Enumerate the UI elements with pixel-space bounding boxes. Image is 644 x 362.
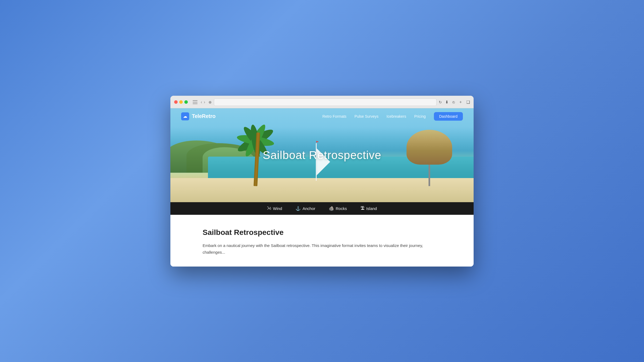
new-tab-icon[interactable]: ＋ <box>459 99 463 105</box>
logo-icon: ☁ <box>181 112 189 120</box>
refresh-icon[interactable]: ↻ <box>439 100 442 104</box>
duplicate-icon[interactable]: ❑ <box>466 100 470 105</box>
anchor-icon: ⚓ <box>295 206 301 211</box>
tab-wind[interactable]: 🌬 Wind <box>267 206 282 211</box>
browser-chrome: ‹ › ⊕ ↻ ⬇ ⎋ ＋ ❑ <box>170 96 474 108</box>
tab-anchor[interactable]: ⚓ Anchor <box>295 206 315 211</box>
content-section: Sailboat Retrospective Embark on a nauti… <box>170 215 474 267</box>
hero-section: ☁ TeleRetro Retro Formats Pulse Surveys … <box>170 108 474 202</box>
minimize-button[interactable] <box>179 100 183 104</box>
forward-button[interactable]: › <box>204 100 205 104</box>
traffic-lights <box>174 100 188 104</box>
sidebar-toggle-icon[interactable] <box>193 100 197 104</box>
content-text: Embark on a nautical journey with the Sa… <box>203 242 441 256</box>
dashboard-button[interactable]: Dashboard <box>434 112 463 121</box>
security-icon: ⊕ <box>208 100 212 104</box>
wind-icon: 🌬 <box>267 206 271 211</box>
download-icon[interactable]: ⬇ <box>445 100 449 105</box>
beach-umbrella <box>407 130 452 186</box>
tab-wind-label: Wind <box>273 206 282 211</box>
palm-tree <box>254 132 257 186</box>
rocks-icon: 🪨 <box>329 206 334 211</box>
maximize-button[interactable] <box>184 100 188 104</box>
tab-bar: 🌬 Wind ⚓ Anchor 🪨 Rocks 🏝 Island <box>170 202 474 215</box>
island-icon: 🏝 <box>360 206 365 211</box>
back-button[interactable]: ‹ <box>201 100 202 104</box>
nav-links: Retro Formats Pulse Surveys Icebreakers … <box>323 112 463 121</box>
tab-island[interactable]: 🏝 Island <box>360 206 377 211</box>
share-icon[interactable]: ⎋ <box>452 100 455 104</box>
tab-anchor-label: Anchor <box>302 206 315 211</box>
address-bar[interactable] <box>214 98 437 106</box>
close-button[interactable] <box>174 100 178 104</box>
tab-island-label: Island <box>366 206 377 211</box>
tab-rocks-label: Rocks <box>336 206 347 211</box>
logo-text[interactable]: TeleRetro <box>192 113 215 119</box>
browser-actions: ⬇ ⎋ ＋ ❑ <box>445 99 470 105</box>
umbrella-thatch <box>407 130 452 165</box>
logo-area: ☁ TeleRetro <box>181 112 215 120</box>
nav-link-pulse-surveys[interactable]: Pulse Surveys <box>354 114 378 119</box>
umbrella-pole <box>429 165 430 186</box>
hero-title: Sailboat Retrospective <box>263 149 381 162</box>
website: ☁ TeleRetro Retro Formats Pulse Surveys … <box>170 108 474 267</box>
nav-link-pricing[interactable]: Pricing <box>414 114 426 119</box>
tab-rocks[interactable]: 🪨 Rocks <box>329 206 347 211</box>
site-nav: ☁ TeleRetro Retro Formats Pulse Surveys … <box>170 108 474 124</box>
content-title: Sailboat Retrospective <box>203 228 441 237</box>
address-bar-area: ⊕ ↻ <box>208 98 442 106</box>
nav-link-retro-formats[interactable]: Retro Formats <box>323 114 346 119</box>
browser-window: ‹ › ⊕ ↻ ⬇ ⎋ ＋ ❑ <box>170 96 474 267</box>
nav-link-icebreakers[interactable]: Icebreakers <box>387 114 406 119</box>
mast-flag <box>316 141 319 143</box>
nav-arrows: ‹ › <box>201 100 205 104</box>
